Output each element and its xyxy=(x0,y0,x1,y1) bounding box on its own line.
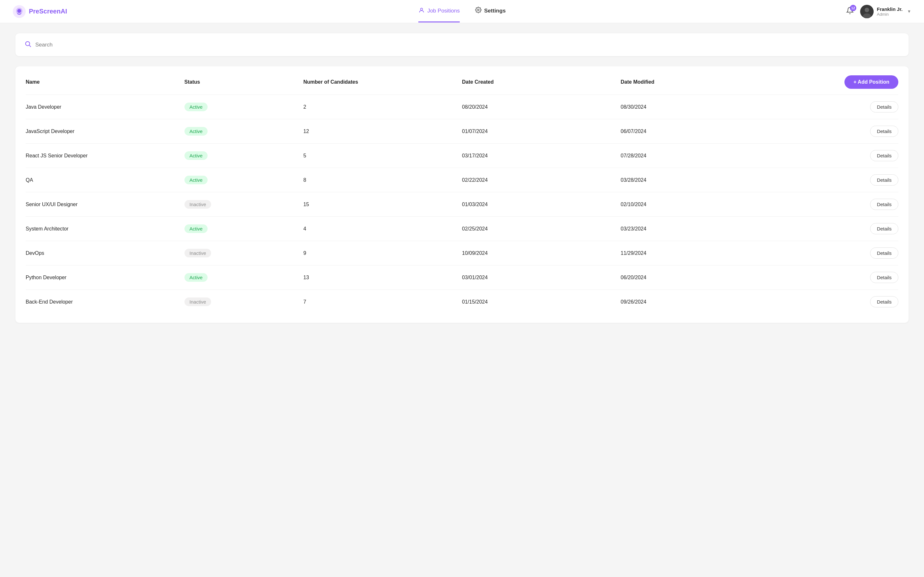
col-header-created: Date Created xyxy=(462,79,621,85)
cell-created: 02/22/2024 xyxy=(462,177,621,183)
cell-modified: 06/20/2024 xyxy=(621,275,780,280)
status-badge: Active xyxy=(184,103,208,111)
status-badge: Active xyxy=(184,176,208,184)
table-row: Senior UX/UI Designer Inactive 15 01/03/… xyxy=(26,192,898,217)
cell-action: Details xyxy=(779,199,898,210)
svg-point-5 xyxy=(865,8,869,12)
table-row: Python Developer Active 13 03/01/2024 06… xyxy=(26,266,898,290)
table-row: Back-End Developer Inactive 7 01/15/2024… xyxy=(26,290,898,314)
col-header-modified: Date Modified xyxy=(621,79,780,85)
svg-point-1 xyxy=(17,9,21,13)
cell-created: 01/07/2024 xyxy=(462,129,621,134)
col-header-action: + Add Position xyxy=(779,75,898,89)
cell-modified: 03/23/2024 xyxy=(621,226,780,232)
logo-area: PreScreenAI xyxy=(13,5,67,18)
cell-status: Active xyxy=(184,127,304,135)
cell-modified: 11/29/2024 xyxy=(621,250,780,256)
cell-name: React JS Senior Developer xyxy=(26,153,184,159)
search-icon xyxy=(24,40,31,49)
table-row: QA Active 8 02/22/2024 03/28/2024 Detail… xyxy=(26,168,898,192)
details-button[interactable]: Details xyxy=(870,174,898,185)
cell-name: Python Developer xyxy=(26,275,184,280)
search-input[interactable] xyxy=(35,42,900,48)
chevron-down-icon: ▼ xyxy=(907,9,911,14)
avatar xyxy=(860,5,874,18)
details-button[interactable]: Details xyxy=(870,199,898,210)
cell-modified: 07/28/2024 xyxy=(621,153,780,159)
svg-point-3 xyxy=(478,9,479,11)
add-position-button[interactable]: + Add Position xyxy=(845,75,898,89)
cell-candidates: 9 xyxy=(303,250,462,256)
details-button[interactable]: Details xyxy=(870,247,898,259)
person-icon xyxy=(418,7,425,15)
cell-candidates: 15 xyxy=(303,201,462,207)
table-row: JavaScript Developer Active 12 01/07/202… xyxy=(26,119,898,143)
cell-created: 03/17/2024 xyxy=(462,153,621,159)
nav-settings[interactable]: Settings xyxy=(475,7,506,16)
cell-candidates: 13 xyxy=(303,275,462,280)
cell-created: 03/01/2024 xyxy=(462,275,621,280)
cell-name: Senior UX/UI Designer xyxy=(26,201,184,207)
table-row: DevOps Inactive 9 10/09/2024 11/29/2024 … xyxy=(26,241,898,266)
details-button[interactable]: Details xyxy=(870,272,898,283)
logo-text: PreScreenAI xyxy=(29,8,67,15)
svg-point-7 xyxy=(26,42,30,46)
nav-job-positions-label: Job Positions xyxy=(427,8,460,14)
details-button[interactable]: Details xyxy=(870,223,898,234)
cell-action: Details xyxy=(779,174,898,185)
table-row: React JS Senior Developer Active 5 03/17… xyxy=(26,143,898,168)
svg-line-8 xyxy=(29,45,31,47)
status-badge: Inactive xyxy=(184,200,212,209)
table-row: Java Developer Active 2 08/20/2024 08/30… xyxy=(26,95,898,119)
nav-right: 12 Franklin Jr. Admin ▼ xyxy=(846,5,911,18)
user-name: Franklin Jr. xyxy=(877,6,903,12)
cell-status: Active xyxy=(184,273,304,282)
col-header-status: Status xyxy=(184,79,304,85)
cell-modified: 03/28/2024 xyxy=(621,177,780,183)
table-row: System Architector Active 4 02/25/2024 0… xyxy=(26,217,898,241)
cell-action: Details xyxy=(779,101,898,113)
cell-action: Details xyxy=(779,126,898,137)
cell-created: 01/15/2024 xyxy=(462,299,621,305)
status-badge: Active xyxy=(184,273,208,282)
cell-candidates: 8 xyxy=(303,177,462,183)
table-container: Name Status Number of Candidates Date Cr… xyxy=(15,66,909,323)
cell-name: QA xyxy=(26,177,184,183)
cell-modified: 09/26/2024 xyxy=(621,299,780,305)
navbar: PreScreenAI Job Positions Settings xyxy=(0,0,924,23)
cell-action: Details xyxy=(779,247,898,259)
gear-icon xyxy=(475,7,481,15)
nav-settings-label: Settings xyxy=(484,8,506,14)
cell-name: Back-End Developer xyxy=(26,299,184,305)
notification-count: 12 xyxy=(850,5,856,11)
cell-status: Inactive xyxy=(184,200,304,209)
details-button[interactable]: Details xyxy=(870,126,898,137)
cell-created: 01/03/2024 xyxy=(462,201,621,207)
user-info: Franklin Jr. Admin xyxy=(877,6,903,17)
status-badge: Active xyxy=(184,224,208,233)
cell-name: DevOps xyxy=(26,250,184,256)
cell-modified: 08/30/2024 xyxy=(621,104,780,110)
cell-created: 08/20/2024 xyxy=(462,104,621,110)
details-button[interactable]: Details xyxy=(870,150,898,161)
cell-action: Details xyxy=(779,150,898,161)
nav-job-positions[interactable]: Job Positions xyxy=(418,7,460,23)
cell-name: Java Developer xyxy=(26,104,184,110)
user-area[interactable]: Franklin Jr. Admin ▼ xyxy=(860,5,911,18)
details-button[interactable]: Details xyxy=(870,296,898,308)
cell-candidates: 12 xyxy=(303,129,462,134)
status-badge: Active xyxy=(184,151,208,160)
cell-status: Active xyxy=(184,224,304,233)
cell-status: Inactive xyxy=(184,298,304,306)
cell-name: JavaScript Developer xyxy=(26,129,184,134)
status-badge: Inactive xyxy=(184,298,212,306)
cell-action: Details xyxy=(779,272,898,283)
details-button[interactable]: Details xyxy=(870,101,898,113)
cell-created: 10/09/2024 xyxy=(462,250,621,256)
status-badge: Inactive xyxy=(184,249,212,258)
table-header: Name Status Number of Candidates Date Cr… xyxy=(26,75,898,95)
nav-center: Job Positions Settings xyxy=(418,7,506,16)
cell-candidates: 5 xyxy=(303,153,462,159)
table-body: Java Developer Active 2 08/20/2024 08/30… xyxy=(26,95,898,314)
notification-bell[interactable]: 12 xyxy=(846,7,854,16)
